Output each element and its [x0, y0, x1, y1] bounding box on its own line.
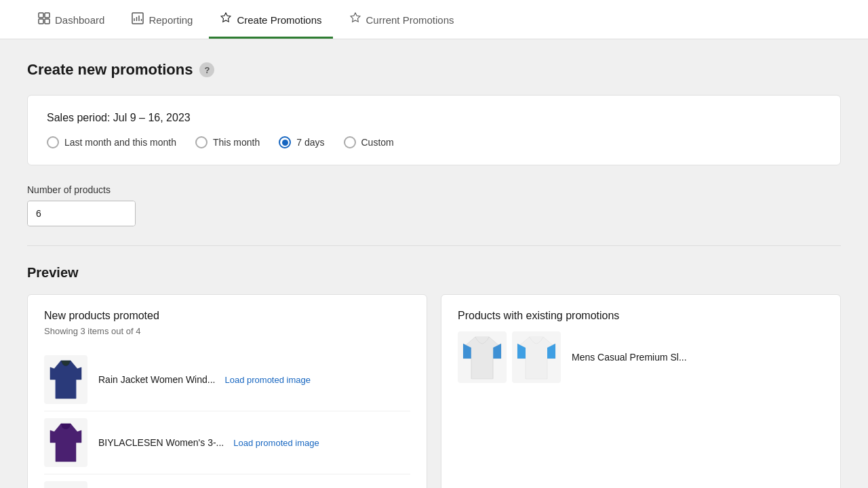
- tab-create-promotions[interactable]: Create Promotions: [209, 0, 332, 39]
- tab-reporting-label: Reporting: [149, 14, 193, 26]
- radio-7-days-label: 7 days: [296, 137, 324, 148]
- sales-period-label: Sales period: Jul 9 – 16, 2023: [47, 112, 821, 124]
- radio-custom[interactable]: Custom: [344, 136, 394, 148]
- product-name-1: Rain Jacket Women Wind...: [98, 374, 215, 385]
- tab-dashboard[interactable]: Dashboard: [27, 0, 115, 39]
- product-thumb-2: [44, 418, 87, 467]
- radio-7-days[interactable]: 7 days: [279, 136, 324, 148]
- product-item-1: Rain Jacket Women Wind... Load promoted …: [44, 348, 410, 411]
- svg-rect-3: [45, 19, 50, 24]
- existing-item-1: Mens Casual Premium Sl...: [458, 326, 824, 388]
- create-promotions-icon: [220, 12, 232, 27]
- product-info-2: BIYLACLESEN Women's 3-... Load promoted …: [98, 437, 410, 448]
- radio-this-month[interactable]: This month: [195, 136, 260, 148]
- preview-grid: New products promoted Showing 3 items ou…: [27, 294, 841, 488]
- radio-circle-last-and-this: [47, 136, 59, 148]
- load-image-link-2[interactable]: Load promoted image: [233, 438, 319, 448]
- tab-dashboard-label: Dashboard: [55, 14, 104, 26]
- help-icon[interactable]: ?: [199, 62, 214, 77]
- section-divider: [27, 245, 841, 246]
- reporting-icon: [132, 12, 144, 27]
- products-count-input[interactable]: 6: [28, 201, 136, 226]
- dashboard-icon: [38, 12, 50, 27]
- existing-thumb-main: [458, 331, 507, 383]
- products-field-label: Number of products: [27, 184, 841, 195]
- product-name-2: BIYLACLESEN Women's 3-...: [98, 437, 224, 448]
- radio-circle-7-days: [279, 136, 291, 148]
- radio-circle-this-month: [195, 136, 208, 148]
- main-content: Create new promotions ? Sales period: Ju…: [0, 39, 868, 488]
- product-item-3: [44, 474, 410, 488]
- radio-last-and-this[interactable]: Last month and this month: [47, 136, 176, 148]
- thumb-pair-1: [458, 331, 561, 383]
- radio-last-and-this-label: Last month and this month: [64, 137, 176, 148]
- tab-current-promotions-label: Current Promotions: [366, 14, 454, 26]
- product-info-1: Rain Jacket Women Wind... Load promoted …: [98, 374, 410, 385]
- product-thumb-3: [44, 481, 87, 488]
- svg-rect-1: [45, 13, 50, 18]
- existing-product-name-1: Mens Casual Premium Sl...: [572, 352, 687, 363]
- new-products-card: New products promoted Showing 3 items ou…: [27, 294, 427, 488]
- existing-thumb-secondary: [512, 331, 561, 383]
- products-field-section: Number of products 6 ▲ ▼: [27, 184, 841, 226]
- page-title: Create new promotions: [27, 61, 193, 79]
- existing-promotions-title: Products with existing promotions: [458, 310, 824, 322]
- radio-custom-label: Custom: [361, 137, 394, 148]
- existing-promotions-card: Products with existing promotions: [441, 294, 841, 488]
- page-wrapper: Dashboard Reporting Create Promotions: [0, 0, 868, 488]
- new-products-title: New products promoted: [44, 310, 410, 322]
- current-promotions-icon: [349, 12, 361, 27]
- load-image-link-1[interactable]: Load promoted image: [224, 375, 310, 385]
- product-item-2: BIYLACLESEN Women's 3-... Load promoted …: [44, 411, 410, 474]
- products-spinner: 6 ▲ ▼: [27, 201, 136, 226]
- tab-create-promotions-label: Create Promotions: [237, 14, 321, 26]
- new-products-subtitle: Showing 3 items out of 4: [44, 326, 410, 336]
- nav-tabs: Dashboard Reporting Create Promotions: [0, 0, 868, 39]
- radio-group: Last month and this month This month 7 d…: [47, 136, 821, 148]
- svg-rect-0: [39, 13, 43, 18]
- svg-point-9: [62, 424, 70, 429]
- tab-reporting[interactable]: Reporting: [121, 0, 203, 39]
- tab-current-promotions[interactable]: Current Promotions: [338, 0, 465, 39]
- svg-rect-2: [39, 19, 43, 24]
- radio-this-month-label: This month: [213, 137, 260, 148]
- page-title-row: Create new promotions ?: [27, 61, 841, 79]
- preview-title: Preview: [27, 265, 841, 281]
- radio-circle-custom: [344, 136, 356, 148]
- product-thumb-1: [44, 355, 87, 404]
- sales-period-card: Sales period: Jul 9 – 16, 2023 Last mont…: [27, 95, 841, 165]
